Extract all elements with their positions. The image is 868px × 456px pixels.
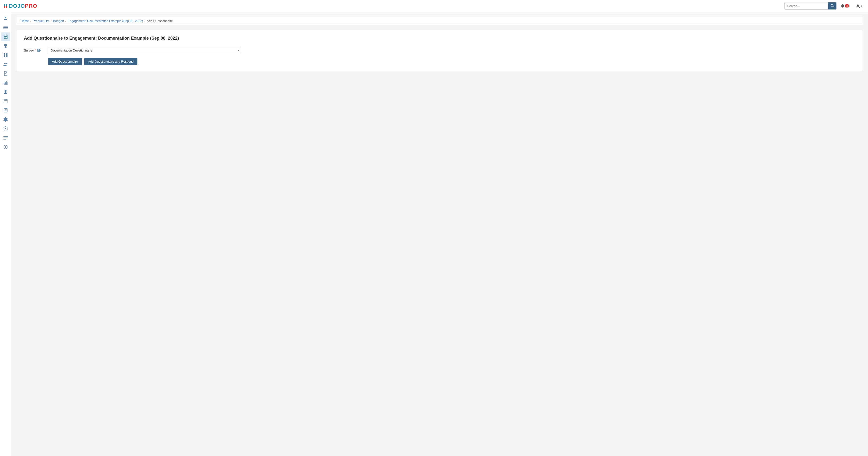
logo-pro: PRO [25,3,37,9]
svg-rect-30 [5,99,5,100]
document-icon [4,71,7,76]
svg-rect-41 [3,139,6,140]
svg-rect-21 [5,73,6,74]
user-chevron-icon: ▾ [861,5,862,7]
search-box [784,2,837,10]
svg-line-1 [833,6,834,7]
breadcrumb-sep-1: / [30,19,31,23]
navbar-right: 3 ▾ ▾ [784,2,864,10]
svg-rect-17 [4,55,5,57]
svg-rect-10 [6,35,6,35]
team-icon [3,62,8,66]
notif-chevron-icon: ▾ [849,5,850,7]
chart-icon [4,81,7,85]
sidebar-item-documents[interactable] [1,69,10,78]
arrow-right-icon [4,145,7,149]
svg-rect-26 [6,81,7,85]
sidebar-item-grid[interactable] [1,51,10,59]
svg-rect-15 [4,53,5,55]
breadcrumb-product-list[interactable]: Product List [33,19,49,23]
user-menu-button[interactable]: ▾ [854,3,864,9]
breadcrumb: Home / Product List / BodgeIt / Engageme… [17,17,862,25]
breadcrumb-engagement[interactable]: Engagement: Documentation Example (Sep 0… [68,19,143,23]
survey-select[interactable]: Documentation Questionnaire Security Que… [48,47,241,54]
svg-rect-14 [5,48,6,48]
sidebar-item-navigate[interactable] [1,143,10,151]
sidebar-item-achievements[interactable] [1,41,10,50]
svg-rect-31 [6,99,6,100]
security-icon [4,126,7,131]
breadcrumb-sep-2: / [51,19,52,23]
add-questionnaire-button[interactable]: Add Questionnaire [48,58,82,65]
svg-point-20 [6,63,7,64]
user-icon [3,16,8,21]
notifications-badge: 3 [845,4,849,7]
svg-rect-39 [3,136,8,137]
sidebar-item-menu[interactable] [1,134,10,142]
survey-help-icon: ? [37,49,40,52]
menu-lines-icon [3,136,8,140]
survey-required-marker: * [34,49,36,52]
app-logo[interactable]: DOJO PRO [4,3,37,9]
search-input[interactable] [785,3,828,9]
svg-rect-27 [7,82,7,85]
sidebar-item-list[interactable] [1,23,10,32]
svg-point-3 [857,4,859,6]
breadcrumb-sep-3: / [65,19,66,23]
list-icon [3,26,8,29]
sidebar-item-settings[interactable] [1,115,10,124]
svg-rect-13 [5,47,6,48]
sidebar-item-engagements[interactable] [1,32,10,41]
search-icon [831,4,834,7]
grid-icon [4,53,7,57]
survey-label-text: Survey [24,49,34,52]
settings-icon [3,117,8,122]
breadcrumb-sep-4: / [145,19,145,23]
engagement-icon [4,35,7,39]
survey-select-wrapper: Documentation Questionnaire Security Que… [48,47,241,54]
svg-rect-6 [3,27,8,28]
svg-point-42 [4,145,7,149]
logo-dojo: DOJO [9,3,25,9]
sidebar-item-reports[interactable] [1,78,10,87]
svg-rect-22 [5,74,6,74]
svg-rect-16 [6,53,7,55]
tasks-icon [4,108,7,112]
svg-rect-29 [4,99,7,103]
logo-dots [4,4,8,8]
bell-icon [840,4,845,8]
svg-rect-24 [4,83,5,85]
svg-rect-11 [4,36,7,37]
sidebar-item-profile[interactable] [1,88,10,96]
navbar: DOJO PRO 3 ▾ ▾ [0,0,868,12]
breadcrumb-home[interactable]: Home [21,19,29,23]
survey-control-wrapper: Documentation Questionnaire Security Que… [48,47,241,54]
calendar-icon [4,99,7,103]
sidebar-item-team[interactable] [1,60,10,69]
survey-form-row: Survey* ? Documentation Questionnaire Se… [24,47,855,54]
trophy-icon [4,44,7,48]
svg-rect-9 [5,35,5,35]
page-title: Add Questionnaire to Engagement: Documen… [24,36,855,41]
profile-icon [4,90,7,94]
svg-point-4 [5,17,6,18]
sidebar-item-tasks[interactable] [1,106,10,115]
svg-rect-7 [3,29,8,29]
svg-rect-12 [4,37,6,37]
survey-label: Survey* ? [24,49,48,52]
notifications-button[interactable]: 3 ▾ [839,3,852,9]
page-card: Add Questionnaire to Engagement: Documen… [17,30,862,71]
search-button[interactable] [828,2,836,9]
sidebar-item-security[interactable] [1,124,10,133]
main-content: Home / Product List / BodgeIt / Engageme… [11,12,868,456]
svg-rect-5 [3,26,8,27]
svg-point-28 [5,90,6,92]
breadcrumb-bodgeit[interactable]: BodgeIt [53,19,64,23]
sidebar-item-calendar[interactable] [1,97,10,106]
svg-rect-8 [4,35,7,39]
svg-rect-18 [6,55,7,57]
svg-point-2 [842,7,843,8]
add-questionnaire-and-respond-button[interactable]: Add Questionnaire and Respond [84,58,138,65]
sidebar-item-user[interactable] [1,14,10,23]
sidebar [0,12,11,456]
